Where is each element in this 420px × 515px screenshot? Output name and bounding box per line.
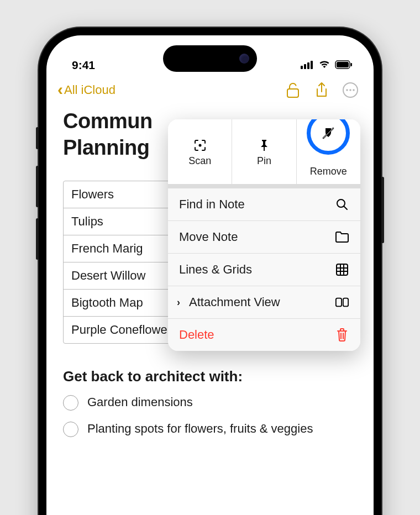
attachment-view-icon	[335, 297, 349, 308]
checkbox-icon[interactable]	[63, 422, 78, 437]
grid-icon	[335, 263, 349, 276]
phone-power-button	[381, 177, 384, 243]
folder-icon	[335, 231, 349, 243]
checklist-item[interactable]: Garden dimensions	[63, 394, 357, 411]
checklist: Garden dimensions Planting spots for flo…	[63, 394, 357, 437]
back-label: All iCloud	[64, 83, 116, 97]
menu-item-label: Delete	[179, 328, 328, 342]
scan-icon	[193, 139, 207, 152]
menu-top-label: Pin	[257, 155, 271, 167]
unlock-icon	[286, 82, 300, 98]
menu-item-label: Attachment View	[189, 295, 328, 309]
status-time: 9:41	[72, 59, 95, 72]
paint-slash-icon	[321, 126, 335, 140]
checkbox-icon[interactable]	[63, 395, 78, 411]
svg-rect-2	[307, 62, 309, 69]
menu-lines-grids[interactable]: Lines & Grids	[168, 254, 360, 286]
menu-find-in-note[interactable]: Find in Note	[168, 188, 360, 221]
checklist-item[interactable]: Planting spots for flowers, fruits & veg…	[63, 421, 357, 437]
svg-rect-0	[301, 66, 303, 69]
phone-volume-down	[36, 218, 39, 260]
svg-rect-24	[343, 298, 348, 307]
svg-line-17	[344, 206, 347, 209]
cellular-icon	[301, 59, 314, 72]
menu-move-note[interactable]: Move Note	[168, 221, 360, 254]
lock-button[interactable]	[281, 78, 305, 102]
phone-volume-up	[36, 166, 39, 207]
remove-button[interactable]: Remove	[297, 119, 360, 184]
menu-top-label: Remove	[310, 166, 347, 177]
svg-rect-5	[337, 62, 349, 67]
svg-rect-6	[351, 63, 353, 66]
menu-top-actions: Scan Pin Remove	[168, 119, 360, 188]
scan-button[interactable]: Scan	[168, 119, 232, 184]
svg-rect-23	[336, 298, 342, 307]
more-icon	[342, 82, 359, 98]
more-menu-popover: Scan Pin Remove Find	[168, 119, 360, 351]
svg-point-9	[346, 89, 348, 91]
section-heading[interactable]: Get back to architect with:	[63, 368, 357, 385]
phone-silent-switch	[36, 127, 39, 149]
svg-rect-1	[304, 64, 306, 69]
svg-point-12	[198, 144, 201, 147]
screen: 9:41 ‹ All iCloud	[46, 35, 374, 515]
chevron-left-icon: ‹	[57, 81, 63, 98]
phone-frame: 9:41 ‹ All iCloud	[39, 28, 381, 515]
more-button[interactable]	[338, 78, 363, 102]
svg-point-11	[353, 89, 355, 91]
front-camera	[239, 54, 249, 64]
chevron-right-icon: ›	[177, 297, 180, 308]
back-button[interactable]: ‹ All iCloud	[57, 83, 116, 98]
status-indicators	[301, 59, 353, 72]
trash-icon	[335, 328, 349, 342]
pin-icon	[259, 139, 270, 152]
menu-item-label: Lines & Grids	[179, 262, 328, 277]
dynamic-island	[163, 45, 257, 72]
menu-list: Find in Note Move Note Lines & Grids	[168, 188, 360, 351]
battery-icon	[335, 59, 353, 72]
checklist-text[interactable]: Planting spots for flowers, fruits & veg…	[87, 421, 313, 437]
share-button[interactable]	[309, 78, 334, 102]
search-icon	[335, 198, 349, 211]
wifi-icon	[318, 59, 330, 72]
menu-top-label: Scan	[188, 155, 211, 167]
menu-item-label: Find in Note	[179, 197, 328, 212]
share-icon	[315, 82, 328, 98]
menu-item-label: Move Note	[179, 230, 328, 244]
svg-rect-18	[337, 264, 348, 275]
pin-button[interactable]: Pin	[232, 119, 296, 184]
nav-bar: ‹ All iCloud	[46, 75, 374, 105]
highlight-circle	[307, 119, 350, 155]
checklist-text[interactable]: Garden dimensions	[87, 394, 193, 411]
svg-rect-7	[287, 89, 298, 97]
svg-rect-3	[311, 61, 313, 69]
menu-attachment-view[interactable]: › Attachment View	[168, 286, 360, 319]
svg-point-10	[349, 89, 351, 91]
menu-delete[interactable]: Delete	[168, 319, 360, 351]
